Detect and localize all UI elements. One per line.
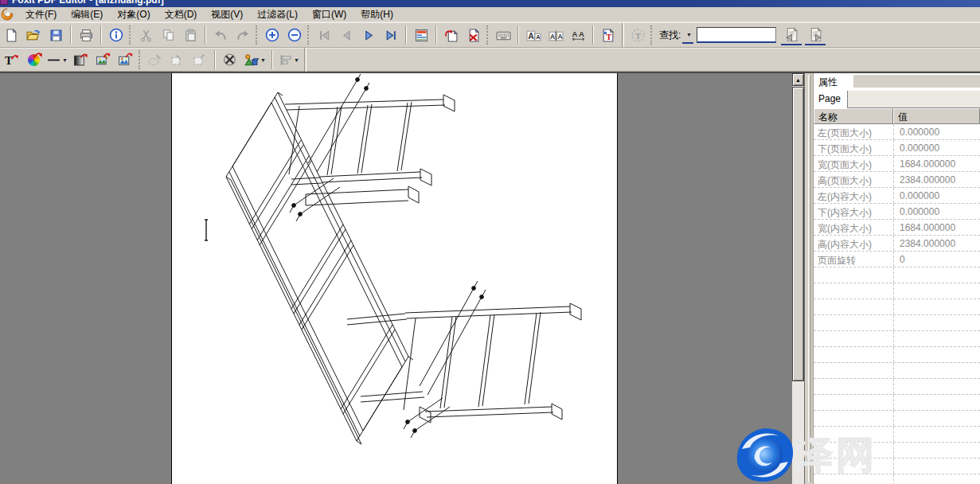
menu-object[interactable]: 对象(O) (110, 6, 157, 23)
property-row[interactable]: 左(内容大小)0.000000 (814, 188, 980, 204)
find-dropdown-button[interactable]: ▼ (682, 26, 693, 44)
scrollbar-thumb[interactable] (792, 87, 804, 381)
line-style-button[interactable]: ▼ (45, 49, 69, 70)
copy-button[interactable] (158, 25, 178, 45)
property-row[interactable]: 宽(页面大小)1684.000000 (814, 156, 980, 172)
next-page-button[interactable] (358, 25, 379, 45)
toolbar-block-border (304, 48, 306, 72)
zoom-out-button[interactable] (284, 25, 305, 45)
first-page-button[interactable] (314, 25, 334, 45)
align-dropdown[interactable]: ▼ (294, 57, 299, 63)
find-input[interactable] (697, 27, 776, 43)
separator (517, 25, 519, 45)
property-row[interactable]: 下(页面大小)0.000000 (814, 140, 980, 156)
main-toolbar: AA AA AA T T 查找: ▼ (0, 22, 980, 48)
object-toolbar: T ▼ (0, 48, 980, 72)
empty-row (814, 299, 980, 315)
empty-row (814, 315, 980, 331)
tab-page[interactable]: Page (814, 91, 848, 108)
menu-view[interactable]: 视图(V) (204, 6, 250, 23)
save-button[interactable] (45, 25, 66, 45)
separator (100, 25, 102, 45)
panel-splitter[interactable] (804, 73, 814, 484)
toolbar-block-border (622, 23, 624, 47)
menu-document[interactable]: 文档(D) (158, 6, 205, 23)
toolbar-grip (650, 25, 653, 45)
empty-row (814, 331, 980, 347)
page-layout-button[interactable] (411, 25, 431, 45)
menu-edit[interactable]: 编辑(E) (64, 6, 110, 23)
char-spacing-button[interactable]: AA (545, 25, 566, 45)
separator (592, 25, 594, 45)
find-previous-button[interactable] (781, 25, 802, 45)
empty-row (814, 411, 980, 427)
property-row[interactable]: 下(内容大小)0.000000 (814, 204, 980, 220)
edit-text-button[interactable]: T (1, 49, 21, 70)
app-icon (0, 0, 8, 5)
align-button[interactable]: ▼ (277, 49, 301, 70)
replace-image-button[interactable] (115, 49, 136, 70)
property-row[interactable]: 宽(内容大小)1684.000000 (814, 220, 980, 236)
empty-row (814, 347, 980, 363)
scroll-up-button[interactable]: ▲ (792, 73, 804, 86)
window-title: Foxit PDF Editor - [anzhuang.pdf] (12, 0, 164, 6)
new-file-button[interactable] (1, 25, 21, 45)
word-spacing-button[interactable]: AA (568, 25, 588, 45)
pdf-page[interactable] (171, 73, 618, 484)
send-backward-button[interactable] (167, 49, 188, 70)
insert-shapes-button[interactable]: ▼ (242, 49, 267, 70)
menu-file[interactable]: 文件(F) (18, 6, 64, 23)
separator (435, 25, 437, 45)
fill-style-button[interactable] (71, 49, 92, 70)
menu-filter[interactable]: 过滤器(L) (250, 6, 305, 23)
workspace: ▲ 属性 Page 名称 值 左(页面大小)0.000000 下(页面大小)0.… (0, 72, 980, 484)
watermark-text: 泽网 (795, 430, 877, 481)
text-circle-button[interactable]: T (627, 25, 648, 45)
svg-text:T: T (606, 33, 611, 41)
separator (214, 50, 216, 69)
undo-button[interactable] (210, 25, 231, 45)
property-row[interactable]: 页面旋转0 (814, 252, 980, 267)
panel-title: 属性 (818, 76, 837, 89)
info-button[interactable] (106, 25, 127, 45)
char-size-button[interactable]: AA (523, 25, 544, 45)
add-page-button[interactable] (441, 25, 462, 45)
column-header-value[interactable]: 值 (893, 108, 980, 124)
paste-button[interactable] (180, 25, 201, 45)
empty-row (814, 283, 980, 299)
prev-page-button[interactable] (336, 25, 357, 45)
redo-button[interactable] (232, 25, 253, 45)
panel-caption: 属性 (814, 73, 980, 91)
shapes-dropdown[interactable]: ▼ (260, 57, 266, 63)
caption-fill (853, 75, 980, 88)
lasso-select-button[interactable] (145, 49, 166, 70)
open-file-button[interactable] (23, 25, 44, 45)
zoom-in-button[interactable] (262, 25, 283, 45)
empty-row (814, 267, 980, 283)
vertical-scrollbar[interactable]: ▲ (792, 73, 804, 484)
toolbar-grip (129, 25, 131, 45)
delete-object-button[interactable] (220, 49, 240, 70)
print-button[interactable] (76, 25, 96, 45)
last-page-button[interactable] (381, 25, 401, 45)
toolbar-grip (486, 25, 489, 45)
keyboard-button[interactable] (493, 25, 513, 45)
property-row[interactable]: 左(页面大小)0.000000 (814, 124, 980, 140)
add-text-button[interactable]: T (598, 25, 619, 45)
property-row[interactable]: 高(页面大小)2384.000000 (814, 172, 980, 188)
edit-image-button[interactable] (93, 49, 114, 70)
panel-tab-bar: Page (814, 91, 980, 108)
property-row[interactable]: 高(内容大小)2384.000000 (814, 236, 980, 252)
find-next-button[interactable] (805, 25, 826, 45)
empty-row (814, 363, 980, 379)
menu-help[interactable]: 帮助(H) (353, 6, 400, 23)
property-rows: 左(页面大小)0.000000 下(页面大小)0.000000 宽(页面大小)1… (814, 124, 980, 267)
column-header-name[interactable]: 名称 (814, 108, 893, 124)
cut-button[interactable] (135, 25, 156, 45)
document-canvas[interactable]: ▲ (0, 73, 804, 484)
edit-color-button[interactable] (23, 49, 44, 70)
bring-forward-button[interactable] (189, 49, 210, 70)
line-style-dropdown[interactable]: ▼ (62, 57, 68, 63)
delete-page-button[interactable] (463, 25, 484, 45)
menu-window[interactable]: 窗口(W) (305, 6, 353, 23)
